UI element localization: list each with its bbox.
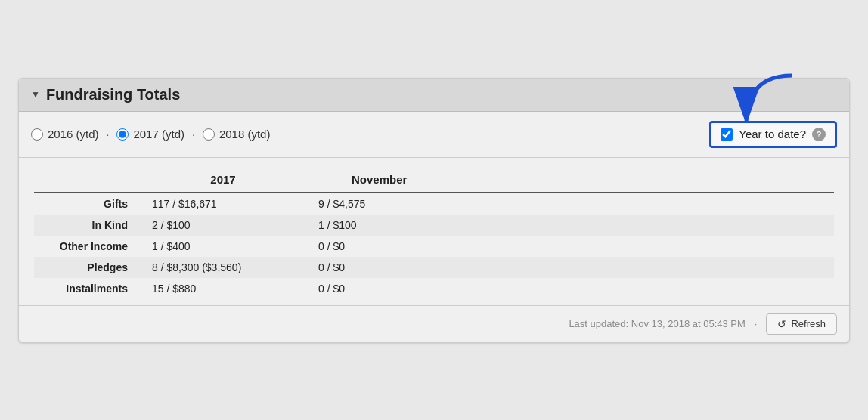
ytd-container: Year to date? ? [709,121,837,148]
col-month-header: November [306,170,834,193]
col-year-header: 2017 [140,170,306,193]
table-row: Pledges8 / $8,300 ($3,560)0 / $0 [34,257,834,278]
table-row: Gifts117 / $16,6719 / $4,575 [34,193,834,215]
radio-2016[interactable]: 2016 (ytd) [31,128,99,141]
table-row: Other Income1 / $4000 / $0 [34,236,834,257]
ytd-checkbox[interactable] [721,128,733,141]
row-year-value: 1 / $400 [140,236,306,257]
ytd-box: Year to date? ? [709,121,837,148]
table-row: In Kind2 / $1001 / $100 [34,215,834,236]
fundraising-widget: ▼ Fundraising Totals 2016 (ytd) · 2017 (… [18,78,850,343]
row-label: Other Income [34,236,140,257]
widget-header: ▼ Fundraising Totals [19,79,849,112]
row-year-value: 8 / $8,300 ($3,560) [140,257,306,278]
row-month-value: 1 / $100 [306,215,834,236]
radio-2018[interactable]: 2018 (ytd) [203,128,271,141]
row-month-value: 0 / $0 [306,236,834,257]
radio-2018-input[interactable] [203,128,215,141]
controls-row: 2016 (ytd) · 2017 (ytd) · 2018 (ytd) [19,112,849,158]
row-year-value: 15 / $880 [140,278,306,299]
help-icon[interactable]: ? [812,128,826,141]
radio-2017-input[interactable] [116,128,129,141]
radio-2016-label: 2016 (ytd) [48,128,99,141]
widget-title: Fundraising Totals [46,86,180,103]
refresh-button[interactable]: ↺ Refresh [766,313,837,335]
row-month-value: 0 / $0 [306,257,834,278]
radio-group: 2016 (ytd) · 2017 (ytd) · 2018 (ytd) [31,128,270,141]
row-label: Gifts [34,193,140,215]
footer-row: Last updated: Nov 13, 2018 at 05:43 PM ·… [19,305,849,342]
row-year-value: 2 / $100 [140,215,306,236]
radio-2017[interactable]: 2017 (ytd) [116,128,184,141]
footer-separator: · [755,318,758,329]
data-table: 2017 November Gifts117 / $16,6719 / $4,5… [34,170,834,299]
radio-2016-input[interactable] [31,128,43,141]
table-header-row: 2017 November [34,170,834,193]
table-area: 2017 November Gifts117 / $16,6719 / $4,5… [19,158,849,305]
row-month-value: 0 / $0 [306,278,834,299]
collapse-triangle[interactable]: ▼ [31,89,40,100]
row-year-value: 117 / $16,671 [140,193,306,215]
row-label: Pledges [34,257,140,278]
last-updated-text: Last updated: Nov 13, 2018 at 05:43 PM [569,318,745,329]
refresh-icon: ↺ [777,318,786,330]
dot-2: · [192,128,195,141]
dot-1: · [107,128,110,141]
radio-2017-label: 2017 (ytd) [133,128,184,141]
radio-2018-label: 2018 (ytd) [219,128,271,141]
col-empty [34,170,140,193]
ytd-label: Year to date? [739,128,806,141]
table-row: Installments15 / $8800 / $0 [34,278,834,299]
row-label: Installments [34,278,140,299]
row-label: In Kind [34,215,140,236]
row-month-value: 9 / $4,575 [306,193,834,215]
refresh-label: Refresh [791,318,826,329]
